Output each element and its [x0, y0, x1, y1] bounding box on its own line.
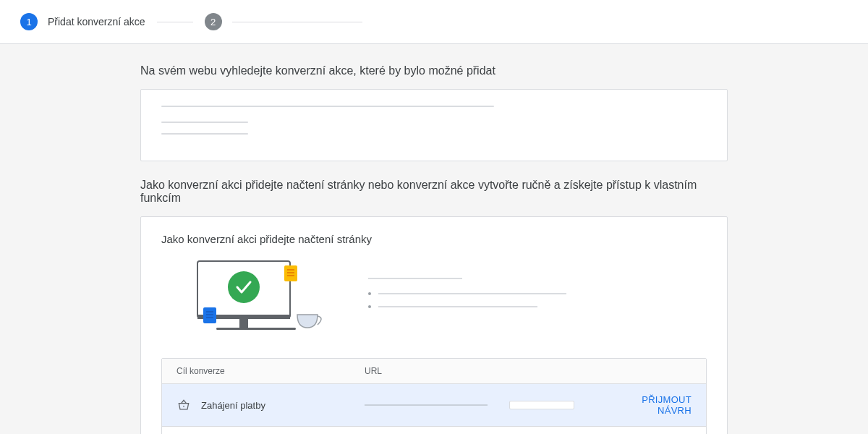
- conversion-card-subtitle: Jako konverzní akci přidejte načtení str…: [141, 217, 727, 251]
- table-header: Cíl konverze URL: [162, 359, 706, 384]
- illustration-row: [141, 251, 727, 352]
- step-1-label: Přidat konverzní akce: [48, 16, 145, 27]
- step-1-number: 1: [26, 17, 31, 27]
- header-url: URL: [365, 366, 509, 376]
- skeleton-line: [161, 133, 248, 135]
- match-select[interactable]: [509, 401, 574, 409]
- step-1-circle[interactable]: 1: [20, 13, 38, 30]
- step-2-circle[interactable]: 2: [205, 13, 222, 30]
- goal-label: Zahájení platby: [201, 400, 265, 411]
- skeleton-line: [161, 106, 494, 107]
- table-row: Zobrazení stránky PŘIJMOUT NÁVRH: [162, 427, 706, 434]
- bullet-skeleton: [368, 278, 692, 318]
- table-row: Zahájení platby PŘIJMOUT NÁVRH: [162, 384, 706, 427]
- step-connector: [157, 22, 193, 22]
- svg-rect-9: [203, 307, 216, 323]
- svg-rect-3: [216, 328, 296, 330]
- url-placeholder: [365, 404, 488, 406]
- svg-rect-5: [284, 265, 297, 281]
- svg-point-13: [183, 406, 184, 407]
- conversion-card: Jako konverzní akci přidejte načtení str…: [140, 216, 728, 434]
- accept-suggestion-button[interactable]: PŘIJMOUT NÁVRH: [642, 394, 692, 416]
- stepper: 1 Přidat konverzní akce 2: [0, 0, 868, 44]
- monitor-illustration-icon: [176, 258, 328, 338]
- skeleton-line: [161, 122, 248, 123]
- section-1-title: Na svém webu vyhledejte konverzní akce, …: [140, 64, 728, 77]
- basket-icon: [176, 398, 191, 412]
- svg-point-4: [228, 271, 260, 303]
- conversion-table: Cíl konverze URL Zahájení platby: [161, 358, 707, 434]
- step-2-number: 2: [210, 17, 216, 27]
- search-card: [140, 89, 728, 161]
- section-2-title: Jako konverzní akci přidejte načtení str…: [140, 179, 728, 205]
- header-goal: Cíl konverze: [176, 366, 365, 376]
- svg-rect-2: [239, 319, 248, 328]
- step-line-after: [232, 22, 362, 22]
